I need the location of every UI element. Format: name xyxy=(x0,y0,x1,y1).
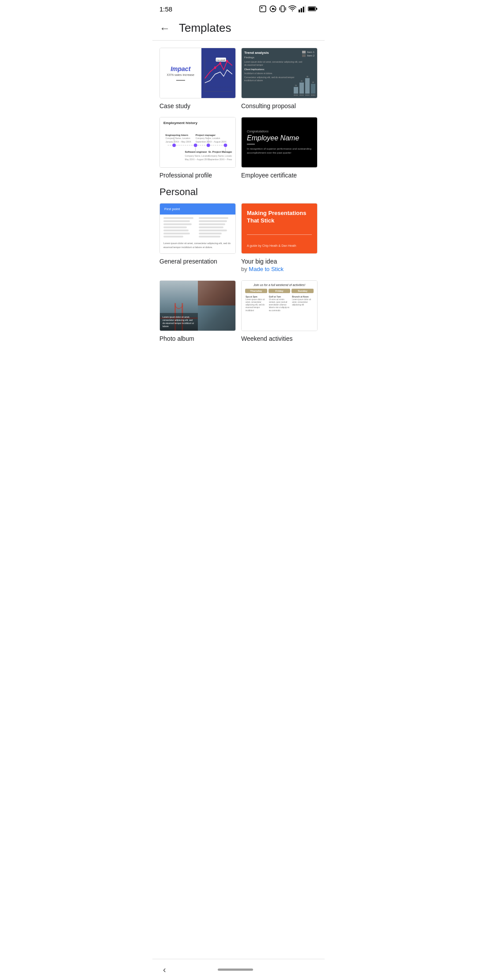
battery-icon xyxy=(308,6,318,12)
svg-rect-1 xyxy=(261,7,262,8)
template-thumb-profile: Employment history Engineering Intern Co… xyxy=(159,117,236,168)
top-bar: ← Templates xyxy=(152,16,325,40)
svg-text:Company Name, Location: Company Name, Location xyxy=(185,155,209,157)
impact-sublabel: XX% sales increase xyxy=(167,73,194,76)
signal-icon xyxy=(299,5,306,13)
cert-name: Employee Name xyxy=(247,134,299,142)
case-study-right: max growth xyxy=(201,48,236,98)
template-item-bigidea[interactable]: Making Presentations That Stick A guide … xyxy=(241,203,318,273)
svg-point-27 xyxy=(172,143,176,147)
section-header-personal: Personal xyxy=(159,186,318,198)
template-grid-top: Impact XX% sales increase xyxy=(159,48,318,179)
profile-label: Professional profile xyxy=(159,171,236,179)
bigidea-label: Your big idea xyxy=(241,257,318,265)
photo-tr xyxy=(198,281,236,306)
weekend-label: Weekend activities xyxy=(241,335,318,343)
templates-container: Impact XX% sales increase xyxy=(152,44,325,353)
svg-text:Company Name, Location: Company Name, Location xyxy=(208,155,232,157)
svg-text:January 20XX – May 20XX: January 20XX – May 20XX xyxy=(166,141,192,143)
weekend-event3: Brunch at Noon Lorem ipsum dolor sit ame… xyxy=(292,294,314,313)
svg-text:Project manager: Project manager xyxy=(196,134,216,136)
cert-text: In recognition of superior performance a… xyxy=(247,147,312,155)
weekend-event2: Golf at 7am Ut enim ad minim veniam, qui… xyxy=(269,294,291,313)
weekend-title: Join us for a full weekend of activities… xyxy=(245,283,314,286)
status-time: 1:58 xyxy=(159,5,172,13)
status-icons xyxy=(259,5,318,13)
template-item-weekend[interactable]: Join us for a full weekend of activities… xyxy=(241,280,318,343)
wifi-icon xyxy=(288,5,296,13)
template-item-consulting[interactable]: Trend analysis Findings Lorem ipsum dolo… xyxy=(241,48,318,110)
back-button[interactable]: ← xyxy=(159,22,170,34)
svg-rect-13 xyxy=(309,7,315,10)
svg-point-17 xyxy=(214,66,216,69)
photo-main: Lorem ipsum dolor sit amet, consectetur … xyxy=(160,281,198,331)
template-item-photo[interactable]: Lorem ipsum dolor sit amet, consectetur … xyxy=(159,280,236,343)
template-item-case-study[interactable]: Impact XX% sales increase xyxy=(159,48,236,110)
svg-point-18 xyxy=(219,62,221,64)
general-col1 xyxy=(163,217,197,239)
template-thumb-certificate: Congratulations Employee Name In recogni… xyxy=(241,117,318,168)
svg-rect-11 xyxy=(305,5,306,12)
general-lorem: Lorem ipsum dolor sit amet, consectetur … xyxy=(160,241,235,251)
template-thumb-weekend: Join us for a full weekend of activities… xyxy=(241,280,318,331)
weekend-grid: Thursday Friday Sunday Spa at 3pm Lorem … xyxy=(245,289,314,313)
consulting-client: Client Implications: xyxy=(244,68,302,71)
bigidea-line xyxy=(247,234,312,235)
svg-rect-10 xyxy=(303,7,304,12)
svg-rect-14 xyxy=(316,8,317,10)
weekend-event1: Spa at 3pm Lorem ipsum dolor sit amet, c… xyxy=(245,294,267,313)
svg-point-30 xyxy=(224,143,227,147)
template-item-general[interactable]: First point xyxy=(159,203,236,273)
template-grid-personal: First point xyxy=(159,203,318,342)
weekend-day1: Thursday xyxy=(245,289,267,293)
bigidea-title: Making Presentations That Stick xyxy=(247,210,312,225)
svg-text:Sr. Project Manager: Sr. Project Manager xyxy=(208,151,232,154)
status-bar: 1:58 xyxy=(152,0,325,16)
impact-label: Impact xyxy=(170,65,190,72)
divider xyxy=(152,40,325,41)
svg-point-29 xyxy=(207,143,210,147)
weekend-day2: Friday xyxy=(269,289,291,293)
svg-text:Company Name, Location: Company Name, Location xyxy=(196,138,220,140)
svg-rect-4 xyxy=(281,6,284,12)
template-item-certificate[interactable]: Congratulations Employee Name In recogni… xyxy=(241,117,318,179)
consulting-findings: Findings xyxy=(244,56,302,59)
template-thumb-photo: Lorem ipsum dolor sit amet, consectetur … xyxy=(159,280,236,331)
template-thumb-general: First point xyxy=(159,203,236,254)
bigidea-link[interactable]: Made to Stick xyxy=(249,266,284,272)
consulting-lorem: Lorem ipsum dolor sit amet, consectetur … xyxy=(244,60,302,67)
case-study-left: Impact XX% sales increase xyxy=(160,48,201,98)
svg-point-3 xyxy=(272,8,274,10)
vibrate-icon xyxy=(279,5,286,13)
certificate-label: Employee certificate xyxy=(241,171,318,179)
svg-point-28 xyxy=(194,143,197,147)
consulting-title: Trend analysis xyxy=(244,51,302,55)
general-header: First point xyxy=(160,204,235,215)
weekend-day3: Sunday xyxy=(292,289,314,293)
general-col2 xyxy=(199,217,232,239)
svg-rect-0 xyxy=(260,6,266,12)
template-thumb-bigidea: Making Presentations That Stick A guide … xyxy=(241,203,318,254)
case-study-label: Case study xyxy=(159,102,236,110)
svg-text:September 20XX – Present: September 20XX – Present xyxy=(208,158,232,161)
svg-text:Software engineer: Software engineer xyxy=(185,151,207,154)
bigidea-by: by Made to Stick xyxy=(241,266,318,272)
svg-text:Engineering Intern: Engineering Intern xyxy=(166,134,189,136)
svg-text:max growth: max growth xyxy=(216,59,225,62)
cert-dash xyxy=(247,144,255,144)
page-title: Templates xyxy=(179,21,231,35)
photo-label: Photo album xyxy=(159,335,236,343)
general-label: General presentation xyxy=(159,257,236,265)
bigidea-sub: A guide by Chip Heath & Dan Heath xyxy=(247,244,312,247)
svg-point-7 xyxy=(292,10,293,11)
at-icon xyxy=(269,5,277,13)
cert-congrats: Congratulations xyxy=(247,130,269,133)
consulting-label: Consulting proposal xyxy=(241,102,318,110)
photo-overlay-text: Lorem ipsum dolor sit amet, consectetur … xyxy=(163,316,195,328)
svg-text:Company Name, Location: Company Name, Location xyxy=(166,138,190,140)
notification-icon xyxy=(259,5,267,13)
svg-text:September 20XX – August 20XX: September 20XX – August 20XX xyxy=(196,141,227,143)
template-item-profile[interactable]: Employment history Engineering Intern Co… xyxy=(159,117,236,179)
svg-text:May 20XX – August 20XX: May 20XX – August 20XX xyxy=(185,158,209,161)
template-thumb-case-study: Impact XX% sales increase xyxy=(159,48,236,98)
